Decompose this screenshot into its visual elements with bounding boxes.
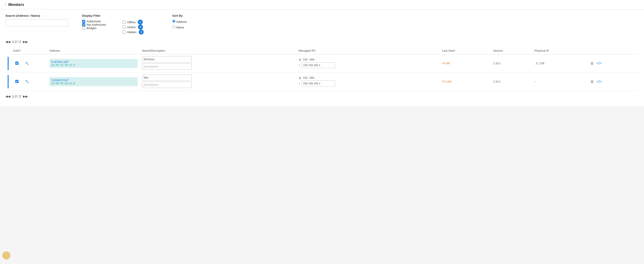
wrench-icon-1[interactable]: 🔧 bbox=[25, 62, 29, 65]
ip-row-1: 🗑 192.168. bbox=[298, 58, 438, 61]
filter-row-bridges: Bridges bbox=[82, 27, 118, 30]
display-filter-label: Display Filter bbox=[82, 14, 159, 17]
ip-add-btn-2[interactable]: + bbox=[298, 82, 300, 85]
main-content: Search (Address / Name) Display Filter A… bbox=[0, 10, 644, 106]
filter-bridges-checkbox[interactable] bbox=[82, 27, 85, 30]
filter-right-col: Offline 2 Online 0 Hid bbox=[123, 20, 159, 35]
managed-ips-cell-1: 🗑 192.168. + bbox=[296, 54, 440, 73]
managed-ips-cell-2: 🗑 192.168. + bbox=[296, 73, 440, 91]
physical-ip-cell-2: – bbox=[532, 73, 587, 91]
wrench-cell-2: 🔧 bbox=[23, 73, 47, 91]
col-header-name: Name/Description bbox=[140, 47, 296, 54]
wrench-icon-2[interactable]: 🔧 bbox=[25, 80, 29, 84]
address-main-1: 5c0f64c39f bbox=[51, 60, 136, 64]
address-box-1: 5c0f64c39f 3e:f6:11:78:21:5 bbox=[50, 59, 138, 68]
filter-online-checkbox[interactable] bbox=[123, 26, 126, 29]
wrench-cell-1: 🔧 bbox=[23, 54, 47, 73]
sort-name-radio[interactable] bbox=[172, 25, 176, 29]
auth-cell-1 bbox=[11, 54, 23, 73]
auth-checkbox-2[interactable] bbox=[15, 80, 18, 83]
filter-bridges-label[interactable]: Bridges bbox=[82, 27, 96, 30]
auth-cell-2 bbox=[11, 73, 23, 91]
col-header-last-seen: Last Seen bbox=[440, 47, 491, 54]
filter-not-authorized-checkbox[interactable] bbox=[82, 23, 85, 27]
auth-checkbox-1[interactable] bbox=[15, 62, 18, 65]
filter-row-offline: Offline 2 bbox=[123, 20, 159, 25]
ip-text-2: 192.168. bbox=[303, 76, 316, 79]
filter-offline-text: Offline bbox=[127, 21, 136, 24]
ip-delete-btn-2[interactable]: 🗑 bbox=[298, 76, 302, 80]
search-section: Search (Address / Name) bbox=[6, 14, 68, 27]
pagination-bottom: ◀◀ 1-2 / 2 ▶▶ bbox=[6, 95, 638, 98]
col-header-version: Version bbox=[491, 47, 532, 54]
filter-hidden-label[interactable]: Hidden bbox=[123, 31, 136, 34]
name-input-1[interactable] bbox=[142, 56, 192, 63]
members-table: Auth? Address Name/Description Managed I… bbox=[6, 47, 638, 91]
sort-row-address: Address bbox=[172, 20, 217, 24]
name-input-2[interactable] bbox=[142, 75, 192, 81]
version-cell-2: 1.10.1 bbox=[491, 73, 532, 91]
sort-address-text: Address bbox=[176, 20, 187, 24]
address-cell-1: 5c0f64c39f 3e:f6:11:78:21:5 bbox=[47, 54, 140, 73]
table-row: 🔧 5c0f64c39f 3e:f6:11:78:21:5 🗑 192.168. bbox=[6, 54, 638, 73]
name-cell-1 bbox=[140, 54, 296, 73]
sort-name-text: Name bbox=[176, 26, 184, 29]
col-header-auth: Auth? bbox=[11, 47, 23, 54]
actions-cell-2: 🗑 </> bbox=[587, 73, 638, 91]
filter-online-label[interactable]: Online bbox=[123, 26, 136, 29]
filter-hidden-checkbox[interactable] bbox=[123, 31, 126, 34]
filter-offline-checkbox[interactable] bbox=[123, 21, 126, 24]
filter-authorized-checkbox[interactable] bbox=[82, 20, 85, 23]
sort-address-label[interactable]: Address bbox=[172, 20, 187, 24]
col-header-accent bbox=[6, 47, 11, 54]
address-main-2: fa5bb53347 bbox=[51, 79, 136, 82]
prev-double-arrow[interactable]: ◀◀ bbox=[6, 40, 10, 44]
last-seen-cell-1: 7H 8M bbox=[440, 54, 491, 73]
code-btn-1[interactable]: </> bbox=[596, 61, 603, 66]
address-sub-2: 3e:50:45:a9:d1:8 bbox=[51, 82, 136, 85]
address-box-2: fa5bb53347 3e:50:45:a9:d1:8 bbox=[50, 77, 138, 86]
sort-address-radio[interactable] bbox=[172, 20, 176, 23]
desc-input-1[interactable] bbox=[142, 63, 192, 70]
filter-not-authorized-label[interactable]: Not Authorized bbox=[82, 23, 106, 27]
filter-online-text: Online bbox=[127, 26, 136, 29]
pagination-text-bottom: 1-2 / 2 bbox=[12, 95, 21, 98]
filter-grid: Authorized Not Authorized Bridges bbox=[82, 20, 159, 35]
next-double-arrow-bottom[interactable]: ▶▶ bbox=[23, 95, 28, 98]
sort-name-label[interactable]: Name bbox=[172, 25, 184, 29]
filter-authorized-label[interactable]: Authorized bbox=[82, 20, 100, 23]
ip-add-row-1: + bbox=[298, 62, 438, 68]
physical-ip-cell-1: .5.150 bbox=[532, 54, 587, 73]
ip-text-1: 192.168. bbox=[303, 58, 316, 61]
delete-btn-1[interactable]: 🗑 bbox=[590, 61, 595, 66]
sort-options: Address Name bbox=[172, 20, 217, 29]
sort-section: Sort By Address Name bbox=[172, 14, 217, 29]
accent-bar-2 bbox=[8, 75, 8, 88]
next-double-arrow[interactable]: ▶▶ bbox=[23, 40, 28, 44]
row-accent-1 bbox=[6, 54, 11, 73]
table-row: 🔧 fa5bb53347 3e:50:45:a9:d1:8 🗑 192.168. bbox=[6, 73, 638, 91]
prev-double-arrow-bottom[interactable]: ◀◀ bbox=[6, 95, 10, 98]
sort-label: Sort By bbox=[172, 14, 217, 17]
filter-left-col: Authorized Not Authorized Bridges bbox=[82, 20, 118, 35]
actions-cell-1: 🗑 </> bbox=[587, 54, 638, 73]
offline-badge: 2 bbox=[138, 20, 143, 25]
page-header: ↑ Members bbox=[0, 0, 644, 10]
col-header-managed-ips: Managed IPs bbox=[296, 47, 440, 54]
ip-input-2[interactable] bbox=[302, 81, 335, 86]
ip-add-row-2: + bbox=[298, 81, 438, 86]
ip-input-1[interactable] bbox=[302, 62, 335, 68]
delete-btn-2[interactable]: 🗑 bbox=[590, 79, 595, 85]
search-input[interactable] bbox=[6, 19, 68, 27]
sort-row-name: Name bbox=[172, 25, 217, 29]
filter-offline-label[interactable]: Offline bbox=[123, 21, 136, 24]
ip-add-btn-1[interactable]: + bbox=[298, 63, 300, 67]
code-btn-2[interactable]: </> bbox=[596, 79, 603, 85]
desc-input-2[interactable] bbox=[142, 82, 192, 88]
last-seen-cell-2: 7H 14M bbox=[440, 73, 491, 91]
ip-delete-btn-1[interactable]: 🗑 bbox=[298, 58, 302, 61]
col-header-physical-ip: Physical IP bbox=[532, 47, 587, 54]
filter-authorized-text: Authorized bbox=[86, 20, 100, 23]
name-cell-2 bbox=[140, 73, 296, 91]
online-badge: 0 bbox=[138, 25, 143, 30]
